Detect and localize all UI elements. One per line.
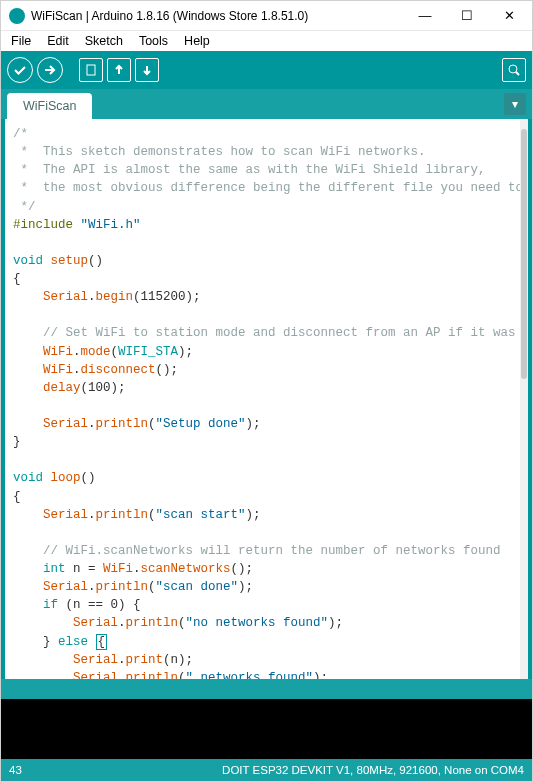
serial-monitor-button[interactable] [502,58,526,82]
scroll-thumb[interactable] [521,129,527,379]
status-line: 43 [9,764,22,776]
menu-file[interactable]: File [5,32,37,50]
cursor-icon: { [96,634,108,650]
console-divider[interactable] [1,679,532,699]
svg-point-1 [509,65,517,73]
menu-help[interactable]: Help [178,32,216,50]
window-title: WiFiScan | Arduino 1.8.16 (Windows Store… [31,9,308,23]
menu-sketch[interactable]: Sketch [79,32,129,50]
new-button[interactable] [79,58,103,82]
editor-area: /* * This sketch demonstrates how to sca… [1,119,532,679]
minimize-button[interactable]: — [404,2,446,30]
save-button[interactable] [135,58,159,82]
statusbar: 43 DOIT ESP32 DEVKIT V1, 80MHz, 921600, … [1,759,532,781]
menubar: File Edit Sketch Tools Help [1,31,532,51]
svg-rect-0 [87,65,95,75]
scrollbar[interactable] [520,119,528,679]
tab-menu-button[interactable]: ▾ [504,93,526,115]
titlebar: WiFiScan | Arduino 1.8.16 (Windows Store… [1,1,532,31]
menu-edit[interactable]: Edit [41,32,75,50]
console-output[interactable] [1,699,532,759]
verify-button[interactable] [7,57,33,83]
menu-tools[interactable]: Tools [133,32,174,50]
open-button[interactable] [107,58,131,82]
code-editor[interactable]: /* * This sketch demonstrates how to sca… [5,119,528,679]
tab-wifiscan[interactable]: WiFiScan [7,93,92,119]
maximize-button[interactable]: ☐ [446,2,488,30]
upload-button[interactable] [37,57,63,83]
close-button[interactable]: ✕ [488,2,530,30]
tab-row: WiFiScan ▾ [1,89,532,119]
app-icon [9,8,25,24]
toolbar [1,51,532,89]
status-board: DOIT ESP32 DEVKIT V1, 80MHz, 921600, Non… [222,764,524,776]
